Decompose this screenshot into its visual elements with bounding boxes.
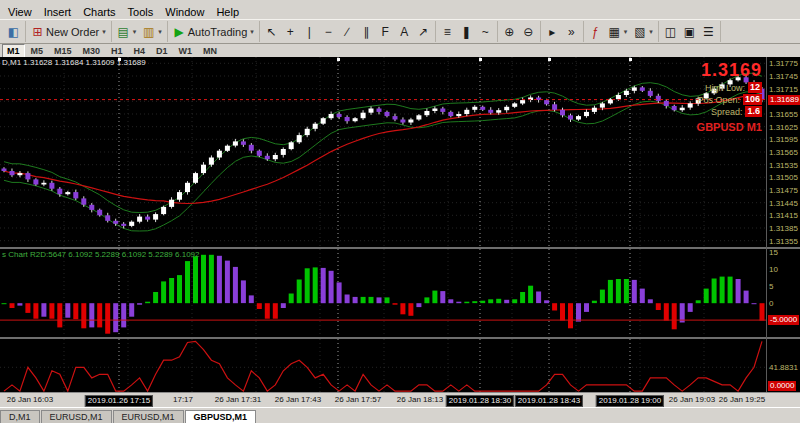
auto-scroll-icon[interactable]: ▸	[544, 24, 561, 40]
chevron-down-icon: ▾	[649, 28, 653, 36]
new-chart-icon[interactable]: ▤▾	[115, 24, 139, 40]
autotrading-button[interactable]: ▶AutoTrading▾	[171, 24, 256, 40]
toolbar-group: ▤▾▥▾	[112, 21, 168, 42]
zoom-out-icon[interactable]: ⊖	[520, 24, 537, 40]
price-scale-label: 1.31475	[769, 186, 798, 195]
main-chart-panel[interactable]: D,M1 1.31628 1.31684 1.31609 1.31689 1.3…	[0, 57, 766, 247]
tile-windows-icon[interactable]: ◫	[662, 24, 679, 40]
price-scale-label: 1.31745	[769, 72, 798, 81]
toolbar-group: ⊞New Order▾	[26, 21, 112, 42]
info-row-value: 12	[748, 82, 762, 93]
time-label: 2019.01.26 17:15	[85, 395, 153, 407]
chart-tab-eurusd-m1[interactable]: EURUSD,M1	[113, 410, 184, 423]
menu-insert[interactable]: Insert	[38, 6, 78, 18]
menu-tools[interactable]: Tools	[122, 6, 160, 18]
new-order-button[interactable]: ⊞New Order▾	[29, 24, 108, 40]
price-scale-label: 1.31625	[769, 123, 798, 132]
candlestick-chart-icon: ❚	[460, 24, 473, 40]
menu-view[interactable]: View	[2, 6, 38, 18]
info-row-value: 1.6	[745, 106, 762, 117]
trendline-icon[interactable]: ∕	[339, 24, 356, 40]
info-row-value: 106	[743, 94, 762, 105]
price-scale-label: 1.31565	[769, 148, 798, 157]
vertical-line-icon: |	[303, 24, 316, 40]
new-chart-icon: ▤	[117, 24, 130, 40]
menu-window[interactable]: Window	[159, 6, 210, 18]
chart-tab-eurusd-m1[interactable]: EURUSD,M1	[41, 410, 112, 423]
time-label: 26 Jan 17:31	[215, 395, 261, 404]
toolbar-group: ↖+|−∕∥FA↗	[260, 21, 436, 42]
time-axis[interactable]: 26 Jan 16:032019.01.26 17:1517:1726 Jan …	[0, 392, 800, 408]
chevron-down-icon: ▾	[158, 28, 162, 36]
price-scale-label: 1.31715	[769, 85, 798, 94]
chevron-down-icon: ▾	[133, 28, 137, 36]
time-label: 2019.01.28 19:00	[596, 395, 664, 407]
crosshair-icon[interactable]: +	[282, 24, 299, 40]
oscillator-svg	[0, 339, 766, 392]
arrow-objects-icon: ↗	[417, 24, 430, 40]
horizontal-line-icon[interactable]: −	[320, 24, 337, 40]
chart-shift-icon: »	[565, 24, 578, 40]
chart-shift-icon[interactable]: »	[563, 24, 580, 40]
templates-icon[interactable]: ▧▾	[631, 24, 655, 40]
time-label: 26 Jan 17:43	[275, 395, 321, 404]
chart-tab-gbpusd-m1[interactable]: GBPUSD,M1	[185, 410, 257, 423]
fibonacci-icon[interactable]: F	[377, 24, 394, 40]
equidistant-channel-icon: ∥	[360, 24, 373, 40]
histogram-scale-label: 15	[769, 248, 778, 257]
menu-charts[interactable]: Charts	[77, 6, 121, 18]
periods-dropdown-icon: ▦	[608, 24, 621, 40]
oscillator-value-box: 0.0000	[768, 381, 796, 391]
info-row: High Low:12	[697, 82, 762, 93]
zoom-in-icon[interactable]: ⊕	[501, 24, 518, 40]
cursor-icon: ↖	[265, 24, 278, 40]
periods-dropdown-icon[interactable]: ▦▾	[606, 24, 630, 40]
chart-tab-d-m1[interactable]: D,M1	[0, 410, 40, 423]
strategy-tester-icon: ▣	[683, 24, 696, 40]
arrow-objects-icon[interactable]: ↗	[415, 24, 432, 40]
tile-windows-icon: ◫	[664, 24, 677, 40]
bar-chart-icon[interactable]: ≡	[439, 24, 456, 40]
indicators-icon[interactable]: ƒ	[587, 24, 604, 40]
indicators-icon: ƒ	[589, 24, 602, 40]
autotrading-icon: ▶	[173, 24, 186, 40]
info-row: Pos Open:106	[697, 94, 762, 105]
line-chart-icon[interactable]: ~	[477, 24, 494, 40]
toolbar-group: ≡❚~	[436, 21, 498, 42]
profiles-icon[interactable]: ▥▾	[140, 24, 164, 40]
text-label-icon[interactable]: A	[396, 24, 413, 40]
price-scale-label: 1.31655	[769, 110, 798, 119]
time-label: 2019.01.28 18:30	[446, 395, 514, 407]
chevron-down-icon: ▾	[250, 28, 254, 36]
fibonacci-icon: F	[379, 24, 392, 40]
candlestick-chart-icon[interactable]: ❚	[458, 24, 475, 40]
oscillator-scale-label: 41.8831	[769, 363, 798, 372]
data-window-icon: ☰	[702, 24, 715, 40]
terminal-icon: ◧	[7, 24, 20, 40]
strategy-tester-icon[interactable]: ▣	[681, 24, 698, 40]
vertical-line-icon[interactable]: |	[301, 24, 318, 40]
zoom-out-icon: ⊖	[522, 24, 535, 40]
chevron-down-icon: ▾	[102, 28, 106, 36]
indicator-panel-histogram[interactable]: s Chart R2D:5647 6.1092 5.2289 6.1092 5.…	[0, 249, 766, 337]
zoom-in-icon: ⊕	[503, 24, 516, 40]
terminal-icon[interactable]: ◧	[5, 24, 22, 40]
data-window-icon[interactable]: ☰	[700, 24, 717, 40]
price-scale-label: 1.31385	[769, 224, 798, 233]
time-label: 2019.01.28 18:43	[515, 395, 583, 407]
main-chart-svg	[0, 57, 766, 247]
trendline-icon: ∕	[341, 24, 354, 40]
current-price-display: 1.3169	[697, 60, 762, 81]
equidistant-channel-icon[interactable]: ∥	[358, 24, 375, 40]
indicator-panel-oscillator[interactable]	[0, 339, 766, 392]
price-scale[interactable]: 1.317751.317451.317151.316851.316551.316…	[767, 57, 800, 392]
cursor-icon[interactable]: ↖	[263, 24, 280, 40]
chart-window[interactable]: D,M1 1.31628 1.31684 1.31609 1.31689 1.3…	[0, 57, 800, 392]
chevron-down-icon: ▾	[624, 28, 628, 36]
mt4-window: ViewInsertChartsToolsWindowHelp ◧⊞New Or…	[0, 0, 800, 423]
menu-help[interactable]: Help	[210, 6, 245, 18]
toolbar-group: ▶AutoTrading▾	[168, 21, 260, 42]
line-chart-icon: ~	[479, 24, 492, 40]
profiles-icon: ▥	[142, 24, 155, 40]
toolbar: ◧⊞New Order▾▤▾▥▾▶AutoTrading▾↖+|−∕∥FA↗≡❚…	[0, 19, 800, 44]
